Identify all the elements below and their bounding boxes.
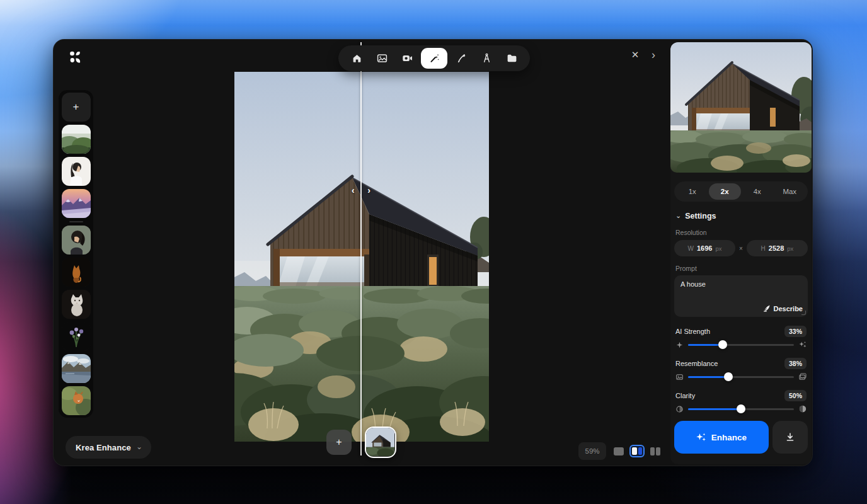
resemblance-value-badge: 38% [784,358,807,369]
clarity-slider[interactable] [688,408,794,410]
model-selector[interactable]: Krea Enhance ⌄ [66,436,151,459]
compare-left-chevron-icon: ‹ [352,185,355,195]
resize-grip-icon[interactable] [801,311,806,315]
sidebar-thumbnail-white-cat[interactable] [62,290,91,319]
chevron-down-icon: ⌄ [136,442,142,451]
contrast-max-icon [798,405,807,413]
height-unit: px [787,245,793,252]
resemblance-slider-block: Resemblance 38% [675,358,807,381]
sparkles-max-icon [798,341,807,349]
ai-strength-label: AI Strength [675,328,710,335]
resolution-inputs: W 1696 px × H 2528 px [674,240,808,256]
resolution-label: Resolution [675,229,807,236]
enhance-label: Enhance [711,433,747,442]
resemblance-slider[interactable] [688,376,794,378]
resemblance-label: Resemblance [675,360,718,367]
close-icon[interactable]: ✕ [628,48,642,62]
clarity-knob[interactable] [737,404,745,413]
canvas-image[interactable] [234,72,489,442]
sidebar-thumbnail-flower-bouquet[interactable] [62,322,91,351]
width-unit: px [715,245,721,252]
width-label: W [688,245,694,252]
contrast-min-icon [675,405,684,413]
settings-label: Settings [685,212,716,220]
settings-toggle[interactable]: ⌄ Settings [675,212,807,220]
sidebar-divider [69,221,83,222]
width-field[interactable]: W 1696 px [674,240,735,256]
clarity-value-badge: 50% [784,390,807,401]
compass-icon[interactable] [475,48,498,69]
upscale-max-button[interactable]: Max [774,183,807,200]
ai-strength-slider-block: AI Strength 33% [675,326,807,349]
sparkle-min-icon [675,341,684,349]
height-field[interactable]: H 2528 px [747,240,808,256]
krea-logo-icon[interactable] [69,50,83,65]
clarity-label: Clarity [675,392,695,399]
main-toolbar [338,45,530,71]
view-side-by-side-icon[interactable] [650,447,660,455]
clarity-slider-block: Clarity 50% [675,390,807,413]
forward-chevron-icon[interactable]: › [646,48,660,62]
zoom-level-badge[interactable]: 59% [578,442,606,460]
width-value: 1696 [697,244,712,252]
app-window: ✕ › + [53,39,813,466]
selected-frame-thumbnail[interactable] [365,427,396,458]
view-mode-group [614,443,660,459]
enhance-panel: 1x 2x 4x Max ⌄ Settings Resolution W 169… [670,42,812,464]
add-frame-button[interactable]: + [326,430,352,455]
add-asset-button[interactable]: + [62,93,91,122]
resemblance-knob[interactable] [724,372,733,381]
cta-row: Enhance [674,421,808,454]
sparkle-icon [696,432,706,442]
image-min-icon [675,373,684,381]
split-left-pane [632,447,637,455]
split-right-pane [638,447,642,455]
download-button[interactable] [772,421,808,454]
sidebar-thumbnail-portrait-woman-white[interactable] [62,157,91,186]
sidebar-thumbnail-woman-ponytail[interactable] [62,226,91,255]
multiply-sign: × [739,245,743,252]
enhance-wand-icon[interactable] [421,48,447,69]
compare-handle[interactable]: ‹ › [352,184,370,197]
sidebar-thumbnail-fox-grass[interactable] [62,386,91,415]
describe-button[interactable]: Describe [763,304,803,312]
ai-strength-knob[interactable] [718,340,727,349]
download-icon [785,432,795,442]
prompt-label: Prompt [675,265,807,272]
result-preview-image [670,42,812,173]
sidebar-thumbnail-mountain-sunset[interactable] [62,189,91,218]
compare-divider[interactable] [360,42,362,455]
images-max-icon [798,373,807,381]
asset-sidebar: + [59,90,93,418]
quill-icon [763,304,771,312]
enhance-button[interactable]: Enhance [674,421,769,454]
compare-right-chevron-icon: › [367,185,370,195]
chevron-down-icon: ⌄ [675,212,681,220]
upscale-factor-group: 1x 2x 4x Max [674,181,808,202]
video-icon[interactable] [396,48,418,69]
paint-icon[interactable] [450,48,473,69]
prompt-value: A house [680,280,801,288]
upscale-4x-button[interactable]: 4x [741,183,774,200]
gallery-icon[interactable] [370,48,393,69]
folder-icon[interactable] [500,48,523,69]
upscale-2x-button[interactable]: 2x [709,183,742,200]
ai-strength-value-badge: 33% [784,326,807,337]
view-split-icon[interactable] [629,445,645,457]
height-label: H [761,245,766,252]
height-value: 2528 [769,244,784,252]
sidebar-thumbnail-fox-silhouette[interactable] [62,258,91,287]
upscale-1x-button[interactable]: 1x [676,183,709,200]
sidebar-thumbnail-mountain-lake[interactable] [62,354,91,383]
model-selector-label: Krea Enhance [76,443,131,452]
sidebar-thumbnail-green-hills[interactable] [62,125,91,154]
home-icon[interactable] [345,48,368,69]
describe-label: Describe [774,305,803,312]
view-single-icon[interactable] [614,447,624,455]
prompt-textarea[interactable]: A house Describe [674,275,808,317]
ai-strength-slider[interactable] [688,344,794,346]
